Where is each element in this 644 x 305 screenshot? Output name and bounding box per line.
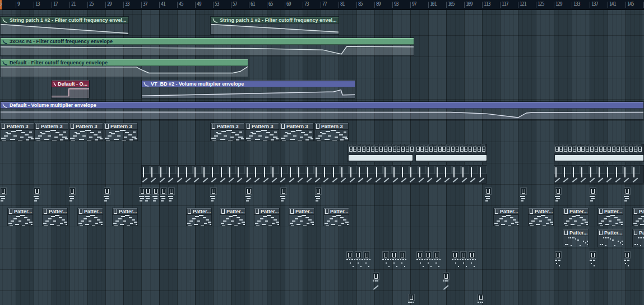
slash-cell[interactable] xyxy=(452,166,460,174)
slash-cell[interactable] xyxy=(314,166,322,174)
mini-pattern-clip[interactable] xyxy=(624,186,631,205)
pattern-clip[interactable]: Patter... xyxy=(42,208,68,226)
beat-cell[interactable] xyxy=(392,144,396,153)
beat-cell[interactable] xyxy=(563,144,567,153)
beat-cell[interactable] xyxy=(455,144,458,153)
beat-cell[interactable] xyxy=(572,144,576,153)
pattern-clip-header[interactable]: Patter... xyxy=(563,208,588,215)
playlist-canvas[interactable]: String patch 1 #2 - Filter cutoff freque… xyxy=(0,10,644,305)
beat-cell[interactable] xyxy=(567,144,571,153)
mini-pattern-clip[interactable] xyxy=(315,186,322,205)
slash-cell[interactable] xyxy=(289,166,296,174)
beat-cell[interactable] xyxy=(379,144,383,153)
beat-cell[interactable] xyxy=(637,144,641,153)
slash-clip-row[interactable] xyxy=(141,165,487,184)
mini-pattern-clip[interactable] xyxy=(0,186,7,205)
slash-cell[interactable] xyxy=(479,166,487,174)
slash-cell[interactable] xyxy=(237,166,244,174)
pattern-clip[interactable]: Patter... xyxy=(563,208,589,226)
automation-clip[interactable]: String patch 1 #2 - Filter cutoff freque… xyxy=(0,16,129,35)
mini-pattern-clip[interactable] xyxy=(590,186,597,205)
pattern-clip-header[interactable]: Patter... xyxy=(8,208,33,215)
beat-cell[interactable] xyxy=(348,144,352,153)
slash-cell[interactable] xyxy=(383,166,391,174)
slash-cell[interactable] xyxy=(280,166,288,174)
pattern-clip-header[interactable]: Patter... xyxy=(220,208,245,215)
slash-cell[interactable] xyxy=(606,166,614,174)
pattern-clip-header[interactable]: Patter... xyxy=(187,208,211,215)
beat-cell[interactable] xyxy=(387,144,391,153)
slash-cell[interactable] xyxy=(461,166,469,174)
pattern-clip-header[interactable]: Patter... xyxy=(529,208,553,215)
slash-cell[interactable] xyxy=(615,166,623,174)
slash-cell[interactable] xyxy=(435,166,443,174)
dot-pattern-clip[interactable] xyxy=(590,250,597,269)
automation-clip-header[interactable]: String patch 1 #2 - Filter cutoff freque… xyxy=(211,17,339,24)
mini-pattern-clip[interactable] xyxy=(168,186,175,205)
beat-cell[interactable] xyxy=(581,144,585,153)
beat-cell[interactable] xyxy=(405,144,409,153)
beat-cell[interactable] xyxy=(607,144,611,153)
pattern-clip-header[interactable]: Patter... xyxy=(598,229,623,236)
slash-cell[interactable] xyxy=(211,166,219,174)
automation-clip[interactable]: Default - Filter cutoff frequency envelo… xyxy=(0,59,248,77)
beat-cell[interactable] xyxy=(620,144,624,153)
slash-cell[interactable] xyxy=(202,166,210,174)
beat-cell[interactable] xyxy=(589,144,593,153)
pattern-clip[interactable]: Pattern 3 xyxy=(0,123,34,141)
slash-cell[interactable] xyxy=(220,166,228,174)
pattern-clip-header[interactable]: Patter... xyxy=(43,208,67,215)
dot-pattern-group[interactable] xyxy=(382,250,407,269)
slash-cell[interactable] xyxy=(375,166,383,174)
mini-pattern-clip[interactable] xyxy=(152,186,160,205)
slash-cell[interactable] xyxy=(444,166,452,174)
pattern-clip[interactable]: Patter... xyxy=(632,208,644,226)
pattern-clip-header[interactable]: Patter... xyxy=(324,208,349,215)
beat-cell[interactable] xyxy=(437,144,441,153)
pattern-clip[interactable]: Patter... xyxy=(112,208,138,226)
slash-cell[interactable] xyxy=(150,166,158,174)
mini-pattern-clip[interactable] xyxy=(245,186,253,205)
timeline-ruler[interactable]: 5913172125293337414549535761656973778185… xyxy=(0,0,644,10)
pattern-clip-header[interactable]: Pattern 3 xyxy=(70,123,103,130)
mini-pattern-clip[interactable] xyxy=(485,186,492,205)
slash-cell[interactable] xyxy=(580,166,588,174)
beat-cell[interactable] xyxy=(383,144,387,153)
automation-clip-header[interactable]: Default - O... xyxy=(52,81,89,87)
pattern-clip[interactable]: Patter... xyxy=(563,229,589,247)
pattern-clip-header[interactable]: Patter... xyxy=(633,229,644,236)
slash-cell[interactable] xyxy=(340,166,348,174)
slash-cell[interactable] xyxy=(271,166,279,174)
pattern-clip-header[interactable]: Patter... xyxy=(78,208,103,215)
pattern-clip[interactable]: Pattern 3 xyxy=(69,123,103,141)
slash-cell[interactable] xyxy=(159,166,167,174)
pattern-clip[interactable]: Patter... xyxy=(493,208,519,226)
beat-cell[interactable] xyxy=(409,144,413,153)
automation-clip-header[interactable]: Default - Volume multiplier envelope xyxy=(1,102,643,109)
pattern-clip[interactable]: Patter... xyxy=(7,208,33,226)
beat-cell[interactable] xyxy=(420,144,424,153)
automation-clip-header[interactable]: VT_BD #2 - Volume multiplier envelope xyxy=(142,81,355,87)
pattern-clip[interactable]: Patter... xyxy=(632,229,644,247)
beat-cell[interactable] xyxy=(446,144,450,153)
beat-cell[interactable] xyxy=(554,144,558,153)
slash-cell[interactable] xyxy=(306,166,314,174)
beat-cell[interactable] xyxy=(361,144,365,153)
pattern-clip[interactable]: Patter... xyxy=(220,208,245,226)
automation-clip[interactable]: String patch 1 #2 - Filter cutoff freque… xyxy=(210,16,339,35)
beat-cell[interactable] xyxy=(476,144,480,153)
beat-cell[interactable] xyxy=(374,144,378,153)
beat-clip-group[interactable] xyxy=(348,144,413,162)
beat-cell[interactable] xyxy=(415,144,419,153)
pattern-clip-header[interactable]: Patter... xyxy=(563,229,588,236)
beat-cell[interactable] xyxy=(598,144,602,153)
slash-cell[interactable] xyxy=(597,166,605,174)
slash-cell[interactable] xyxy=(297,166,305,174)
slash-cell[interactable] xyxy=(418,166,426,174)
beat-cell[interactable] xyxy=(353,144,356,153)
pattern-clip-header[interactable]: Pattern 3 xyxy=(315,123,348,130)
automation-clip-header[interactable]: Default - Filter cutoff frequency envelo… xyxy=(1,59,248,66)
pattern-clip[interactable]: Patter... xyxy=(323,208,349,226)
slash-cell[interactable] xyxy=(193,166,201,174)
beat-cell[interactable] xyxy=(428,144,432,153)
